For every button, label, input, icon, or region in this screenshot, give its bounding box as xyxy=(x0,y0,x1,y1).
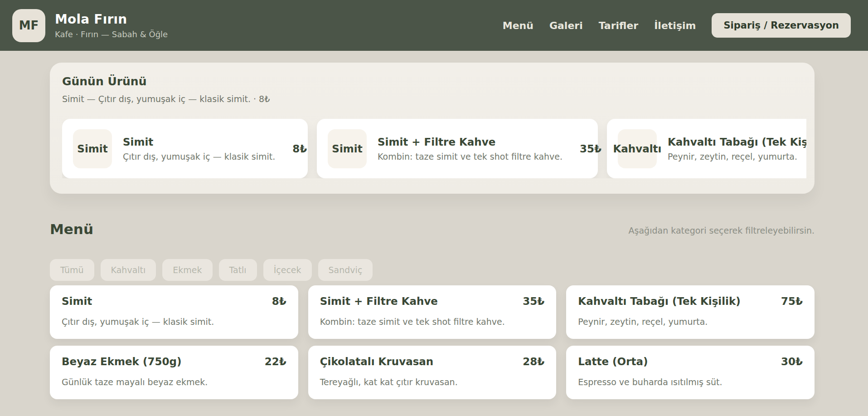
menu-item-description: Tereyağlı, kat kat çıtır kruvasan. xyxy=(320,377,545,387)
product-description: Peynir, zeytin, reçel, yumurta. xyxy=(668,152,806,162)
product-thumbnail: Kahvaltı xyxy=(618,129,657,168)
daily-product-subtitle: Simit — Çıtır dış, yumuşak iç — klasik s… xyxy=(62,94,806,104)
menu-item-header: Beyaz Ekmek (750g) 22₺ xyxy=(62,356,286,367)
brand-block: Mola Fırın Kafe · Fırın — Sabah & Öğle xyxy=(55,12,168,39)
category-filter-chip[interactable]: Ekmek xyxy=(162,259,212,281)
product-price: 8₺ xyxy=(286,143,307,155)
menu-item-name: Kahvaltı Tabağı (Tek Kişilik) xyxy=(578,295,741,307)
category-filter-chip[interactable]: Sandviç xyxy=(318,259,373,281)
daily-product-card: Simit Simit Çıtır dış, yumuşak iç — klas… xyxy=(62,119,308,178)
menu-grid: Simit 8₺ Çıtır dış, yumuşak iç — klasik … xyxy=(50,285,815,399)
menu-item-card: Kahvaltı Tabağı (Tek Kişilik) 75₺ Peynir… xyxy=(566,285,815,339)
daily-product-title: Günün Ürünü xyxy=(62,75,806,88)
menu-item-card: Simit + Filtre Kahve 35₺ Kombin: taze si… xyxy=(308,285,557,339)
product-description: Kombin: taze simit ve tek shot filtre ka… xyxy=(378,152,563,162)
nav-link[interactable]: Menü xyxy=(503,20,533,31)
menu-item-header: Simit + Filtre Kahve 35₺ xyxy=(320,295,545,307)
menu-item-card: Latte (Orta) 30₺ Espresso ve buharda ısı… xyxy=(566,346,815,399)
product-name: Kahvaltı Tabağı (Tek Kişilik) xyxy=(668,136,806,148)
menu-item-card: Beyaz Ekmek (750g) 22₺ Günlük taze mayal… xyxy=(50,346,298,399)
menu-item-card: Çikolatalı Kruvasan 28₺ Tereyağlı, kat k… xyxy=(308,346,557,399)
product-price: 35₺ xyxy=(573,143,601,155)
menu-title: Menü xyxy=(50,221,93,237)
menu-item-name: Simit xyxy=(62,295,92,307)
site-header: MF Mola Fırın Kafe · Fırın — Sabah & Öğl… xyxy=(0,0,868,51)
product-info: Kahvaltı Tabağı (Tek Kişilik) Peynir, ze… xyxy=(668,136,806,162)
menu-item-price: 22₺ xyxy=(259,356,286,367)
category-filter-chip[interactable]: Kahvaltı xyxy=(101,259,156,281)
category-filter-chip[interactable]: Tatlı xyxy=(219,259,257,281)
daily-product-card: Kahvaltı Kahvaltı Tabağı (Tek Kişilik) P… xyxy=(607,119,806,178)
brand-tagline: Kafe · Fırın — Sabah & Öğle xyxy=(55,29,168,39)
product-description: Çıtır dış, yumuşak iç — klasik simit. xyxy=(123,152,275,162)
category-filter-bar: Tümü Kahvaltı Ekmek Tatlı İçecek Sandviç xyxy=(50,259,815,281)
brand-name: Mola Fırın xyxy=(55,12,168,27)
daily-product-section: Günün Ürünü Simit — Çıtır dış, yumuşak i… xyxy=(50,63,815,194)
menu-item-header: Latte (Orta) 30₺ xyxy=(578,356,803,367)
menu-item-description: Kombin: taze simit ve tek shot filtre ka… xyxy=(320,317,545,327)
product-thumbnail: Simit xyxy=(328,129,367,168)
menu-item-name: Latte (Orta) xyxy=(578,356,648,367)
menu-item-card: Simit 8₺ Çıtır dış, yumuşak iç — klasik … xyxy=(50,285,298,339)
product-info: Simit + Filtre Kahve Kombin: taze simit … xyxy=(378,136,563,162)
daily-product-card: Simit Simit + Filtre Kahve Kombin: taze … xyxy=(317,119,598,178)
menu-item-price: 28₺ xyxy=(517,356,544,367)
main-nav: Menü Galeri Tarifler İletişim xyxy=(503,20,696,31)
menu-item-name: Çikolatalı Kruvasan xyxy=(320,356,434,367)
category-filter-chip[interactable]: İçecek xyxy=(263,259,312,281)
nav-link[interactable]: Galeri xyxy=(549,20,583,31)
product-thumbnail: Simit xyxy=(73,129,112,168)
product-name: Simit xyxy=(123,136,275,148)
menu-item-header: Simit 8₺ xyxy=(62,295,286,307)
menu-item-description: Çıtır dış, yumuşak iç — klasik simit. xyxy=(62,317,286,327)
page-content: Günün Ürünü Simit — Çıtır dış, yumuşak i… xyxy=(50,63,815,399)
brand-logo: MF xyxy=(12,9,45,42)
menu-item-header: Kahvaltı Tabağı (Tek Kişilik) 75₺ xyxy=(578,295,803,307)
nav-link[interactable]: Tarifler xyxy=(599,20,638,31)
menu-item-description: Günlük taze mayalı beyaz ekmek. xyxy=(62,377,286,387)
menu-item-price: 8₺ xyxy=(267,295,286,307)
menu-filter-hint: Aşağıdan kategori seçerek filtreleyebili… xyxy=(629,225,815,237)
menu-item-name: Beyaz Ekmek (750g) xyxy=(62,356,181,367)
order-reservation-button[interactable]: Sipariş / Rezervasyon xyxy=(712,13,851,38)
menu-item-description: Espresso ve buharda ısıtılmış süt. xyxy=(578,377,803,387)
menu-section-header: Menü Aşağıdan kategori seçerek filtreley… xyxy=(50,221,815,237)
daily-product-carousel[interactable]: Simit Simit Çıtır dış, yumuşak iç — klas… xyxy=(62,119,806,178)
nav-link[interactable]: İletişim xyxy=(654,20,696,31)
menu-item-price: 75₺ xyxy=(776,295,803,307)
category-filter-chip[interactable]: Tümü xyxy=(50,259,94,281)
product-info: Simit Çıtır dış, yumuşak iç — klasik sim… xyxy=(123,136,275,162)
product-name: Simit + Filtre Kahve xyxy=(378,136,563,148)
menu-item-price: 35₺ xyxy=(517,295,544,307)
menu-item-name: Simit + Filtre Kahve xyxy=(320,295,438,307)
menu-item-price: 30₺ xyxy=(776,356,803,367)
menu-item-description: Peynir, zeytin, reçel, yumurta. xyxy=(578,317,803,327)
menu-item-header: Çikolatalı Kruvasan 28₺ xyxy=(320,356,545,367)
